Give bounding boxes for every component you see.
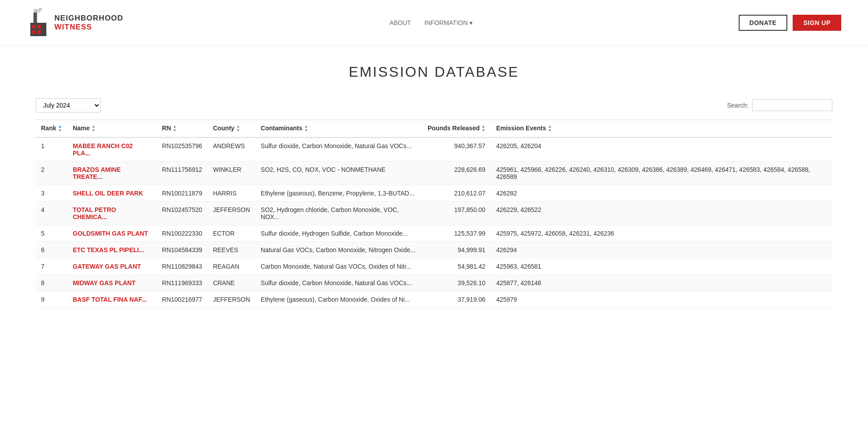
cell-county: ECTOR [208, 225, 255, 242]
cell-county: WINKLER [208, 162, 255, 185]
cell-contaminants: SO2, Hydrogen chloride, Carbon Monoxide,… [255, 202, 422, 225]
cell-rn: RN111756912 [156, 162, 207, 185]
cell-name: BASF TOTAL FINA NAF... [67, 291, 156, 308]
cell-rank: 4 [36, 202, 67, 225]
cell-rn: RN100222330 [156, 225, 207, 242]
cell-pounds_released: 197,850.00 [422, 202, 491, 225]
sort-arrows-name: ▲▼ [91, 125, 95, 133]
svg-rect-8 [37, 30, 41, 34]
cell-rank: 8 [36, 275, 67, 291]
cell-rank: 3 [36, 185, 67, 202]
cell-name: GOLDSMITH GAS PLANT [67, 225, 156, 242]
facility-link[interactable]: BASF TOTAL FINA NAF... [73, 296, 147, 303]
cell-county: CRANE [208, 275, 255, 291]
data-table: Rank▲▼Name▲▼RN▲▼County▲▼Contaminants▲▼Po… [36, 120, 832, 308]
cell-county: REEVES [208, 242, 255, 258]
table-row: 5GOLDSMITH GAS PLANTRN100222330ECTORSulf… [36, 225, 832, 242]
facility-link[interactable]: ETC TEXAS PL PIPELI... [73, 246, 144, 253]
table-row: 8MIDWAY GAS PLANTRN111969333CRANESulfur … [36, 275, 832, 291]
facility-link[interactable]: GATEWAY GAS PLANT [73, 263, 141, 270]
nav-links: ABOUT INFORMATION ▾ [390, 19, 473, 26]
cell-county: HARRIS [208, 185, 255, 202]
facility-link[interactable]: TOTAL PETRO CHEMICA... [73, 206, 116, 220]
navigation: NEIGHBORHOOD WITNESS ABOUT INFORMATION ▾… [0, 0, 868, 46]
svg-rect-5 [32, 25, 36, 29]
nav-buttons: DONATE SIGN UP [739, 15, 841, 31]
cell-pounds_released: 37,919.06 [422, 291, 491, 308]
header-row: Rank▲▼Name▲▼RN▲▼County▲▼Contaminants▲▼Po… [36, 120, 832, 138]
cell-pounds_released: 54,981.42 [422, 258, 491, 275]
cell-pounds_released: 125,537.99 [422, 225, 491, 242]
sort-arrows-pounds_released: ▲▼ [481, 125, 485, 133]
cell-name: TOTAL PETRO CHEMICA... [67, 202, 156, 225]
sort-arrows-county: ▲▼ [236, 125, 240, 133]
col-header-name[interactable]: Name▲▼ [67, 120, 156, 138]
cell-rank: 5 [36, 225, 67, 242]
cell-rn: RN100216977 [156, 291, 207, 308]
cell-name: ETC TEXAS PL PIPELI... [67, 242, 156, 258]
cell-rn: RN102535796 [156, 137, 207, 162]
page-title: EMISSION DATABASE [36, 64, 832, 80]
facility-link[interactable]: BRAZOS AMINE TREATE... [73, 166, 121, 180]
main-content: EMISSION DATABASE July 2024June 2024May … [0, 46, 868, 326]
cell-contaminants: Sulfur dioxide, Carbon Monoxide, Natural… [255, 137, 422, 162]
signup-button[interactable]: SIGN UP [793, 15, 841, 31]
cell-emission_events: 425963, 426581 [491, 258, 832, 275]
logo-icon [27, 7, 50, 38]
cell-rn: RN104584339 [156, 242, 207, 258]
table-header: Rank▲▼Name▲▼RN▲▼County▲▼Contaminants▲▼Po… [36, 120, 832, 138]
table-row: 7GATEWAY GAS PLANTRN110829843REAGANCarbo… [36, 258, 832, 275]
col-header-rn[interactable]: RN▲▼ [156, 120, 207, 138]
cell-rn: RN102457520 [156, 202, 207, 225]
table-row: 1MABEE RANCH C02 PLA...RN102535796ANDREW… [36, 137, 832, 162]
svg-rect-7 [32, 30, 36, 34]
facility-link[interactable]: SHELL OIL DEER PARK [73, 190, 143, 197]
col-header-county[interactable]: County▲▼ [208, 120, 255, 138]
cell-rank: 2 [36, 162, 67, 185]
cell-rn: RN111969333 [156, 275, 207, 291]
table-row: 6ETC TEXAS PL PIPELI...RN104584339REEVES… [36, 242, 832, 258]
facility-link[interactable]: MABEE RANCH C02 PLA... [73, 142, 133, 157]
table-controls: July 2024June 2024May 2024April 2024Marc… [36, 98, 832, 112]
cell-contaminants: Carbon Monoxide, Natural Gas VOCs, Oxide… [255, 258, 422, 275]
cell-name: MIDWAY GAS PLANT [67, 275, 156, 291]
cell-county: ANDREWS [208, 137, 255, 162]
col-header-pounds_released[interactable]: Pounds Released▲▼ [422, 120, 491, 138]
cell-pounds_released: 94,999.91 [422, 242, 491, 258]
about-link[interactable]: ABOUT [390, 19, 411, 26]
col-header-emission_events[interactable]: Emission Events▲▼ [491, 120, 832, 138]
cell-contaminants: SO2, H2S, CO, NOX, VOC - NONMETHANE [255, 162, 422, 185]
cell-emission_events: 426294 [491, 242, 832, 258]
cell-rank: 1 [36, 137, 67, 162]
table-row: 9BASF TOTAL FINA NAF...RN100216977JEFFER… [36, 291, 832, 308]
sort-arrows-contaminants: ▲▼ [304, 125, 308, 133]
logo[interactable]: NEIGHBORHOOD WITNESS [27, 7, 123, 38]
search-input[interactable] [752, 100, 832, 111]
information-link[interactable]: INFORMATION ▾ [424, 19, 473, 26]
cell-contaminants: Ethylene (gaseous), Benzene, Propylene, … [255, 185, 422, 202]
cell-county: REAGAN [208, 258, 255, 275]
cell-county: JEFFERSON [208, 291, 255, 308]
cell-pounds_released: 228,626.69 [422, 162, 491, 185]
facility-link[interactable]: MIDWAY GAS PLANT [73, 279, 136, 287]
cell-name: GATEWAY GAS PLANT [67, 258, 156, 275]
cell-emission_events: 426282 [491, 185, 832, 202]
search-label: Search: [727, 102, 749, 109]
cell-county: JEFFERSON [208, 202, 255, 225]
svg-rect-4 [30, 23, 46, 36]
sort-arrows-rn: ▲▼ [173, 125, 177, 133]
cell-pounds_released: 39,526.10 [422, 275, 491, 291]
table-row: 2BRAZOS AMINE TREATE...RN111756912WINKLE… [36, 162, 832, 185]
cell-emission_events: 426229, 426522 [491, 202, 832, 225]
cell-rank: 9 [36, 291, 67, 308]
table-body: 1MABEE RANCH C02 PLA...RN102535796ANDREW… [36, 137, 832, 308]
sort-arrows-emission_events: ▲▼ [548, 125, 552, 133]
donate-button[interactable]: DONATE [739, 15, 787, 31]
cell-emission_events: 425979 [491, 291, 832, 308]
table-row: 4TOTAL PETRO CHEMICA...RN102457520JEFFER… [36, 202, 832, 225]
svg-rect-6 [37, 25, 41, 29]
month-select[interactable]: July 2024June 2024May 2024April 2024Marc… [36, 98, 101, 112]
col-header-rank[interactable]: Rank▲▼ [36, 120, 67, 138]
col-header-contaminants[interactable]: Contaminants▲▼ [255, 120, 422, 138]
facility-link[interactable]: GOLDSMITH GAS PLANT [73, 230, 148, 237]
